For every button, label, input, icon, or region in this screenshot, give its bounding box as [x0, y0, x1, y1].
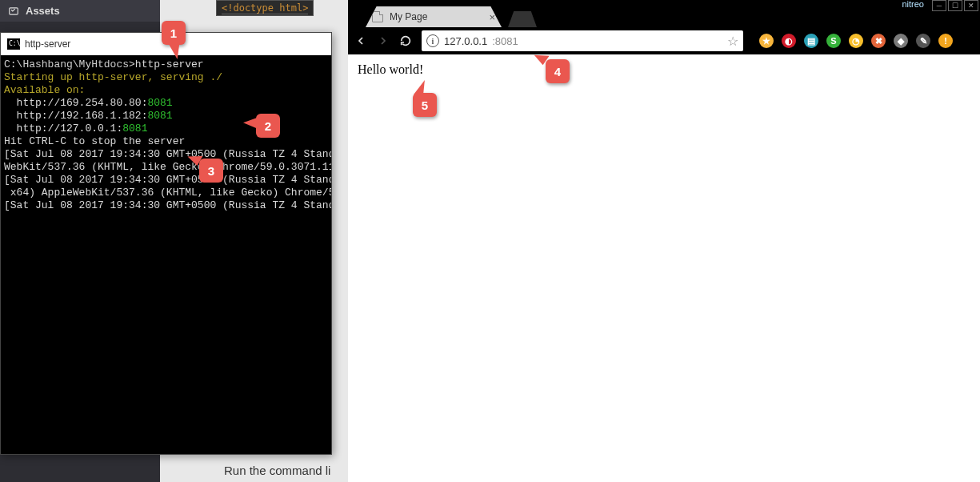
tab-strip: My Page × — [348, 5, 980, 27]
callout-5: 5 — [413, 93, 437, 117]
minimize-button[interactable]: ─ — [932, 0, 946, 11]
extension-icons: ★◐▤S◔✖◆✎! — [759, 34, 953, 48]
tab-title: My Page — [390, 11, 427, 22]
address-bar[interactable]: i 127.0.0.1:8081 ☆ — [422, 30, 743, 51]
page-content: Hello world! — [358, 62, 423, 76]
page-icon — [372, 11, 383, 22]
svg-rect-0 — [10, 7, 18, 14]
close-button[interactable]: ✕ — [964, 0, 978, 11]
extension-icon[interactable]: S — [826, 34, 841, 48]
url-port: :8081 — [492, 35, 518, 47]
forward-button[interactable] — [377, 34, 390, 47]
browser-tab[interactable]: My Page × — [366, 6, 502, 27]
extension-icon[interactable]: ! — [938, 34, 953, 48]
callout-1: 1 — [162, 21, 186, 45]
extension-icon[interactable]: ◔ — [849, 34, 863, 48]
new-tab-button[interactable] — [508, 11, 537, 27]
browser-toolbar: i 127.0.0.1:8081 ☆ ★◐▤S◔✖◆✎! — [348, 27, 980, 54]
browser-window: nitreo ─ ☐ ✕ My Page × i 127.0.0.1:8081 … — [348, 0, 980, 482]
terminal-title: http-server — [25, 38, 70, 50]
reload-button[interactable] — [399, 34, 412, 47]
assets-icon — [8, 6, 19, 17]
extension-icon[interactable]: ▤ — [804, 34, 818, 48]
terminal-window: C:\ http-server C:\Hashbang\MyHtdocs>htt… — [0, 32, 332, 455]
tab-close-icon[interactable]: × — [489, 11, 495, 23]
page-viewport[interactable]: Hello world! — [348, 54, 980, 482]
extension-icon[interactable]: ★ — [759, 34, 774, 48]
browser-user[interactable]: nitreo — [902, 0, 924, 9]
page-text-snippet: Run the command li — [224, 464, 330, 477]
site-info-icon[interactable]: i — [426, 34, 439, 47]
assets-panel-header: Assets — [0, 0, 160, 22]
terminal-body[interactable]: C:\Hashbang\MyHtdocs>http-serverStarting… — [1, 55, 331, 454]
callout-4: 4 — [546, 59, 570, 83]
window-controls: ─ ☐ ✕ — [932, 0, 978, 11]
cmd-icon: C:\ — [7, 38, 20, 50]
extension-icon[interactable]: ✖ — [871, 34, 886, 48]
bookmark-star-icon[interactable]: ☆ — [727, 34, 738, 49]
back-button[interactable] — [354, 34, 367, 47]
extension-icon[interactable]: ◐ — [782, 34, 796, 48]
callout-3: 3 — [199, 159, 223, 183]
callout-2: 2 — [256, 114, 280, 138]
assets-title: Assets — [26, 5, 60, 17]
extension-icon[interactable]: ◆ — [894, 34, 908, 48]
url-host: 127.0.0.1 — [444, 35, 487, 47]
extension-icon[interactable]: ✎ — [916, 34, 930, 48]
code-snippet: <!doctype html> — [216, 0, 314, 16]
maximize-button[interactable]: ☐ — [948, 0, 962, 11]
